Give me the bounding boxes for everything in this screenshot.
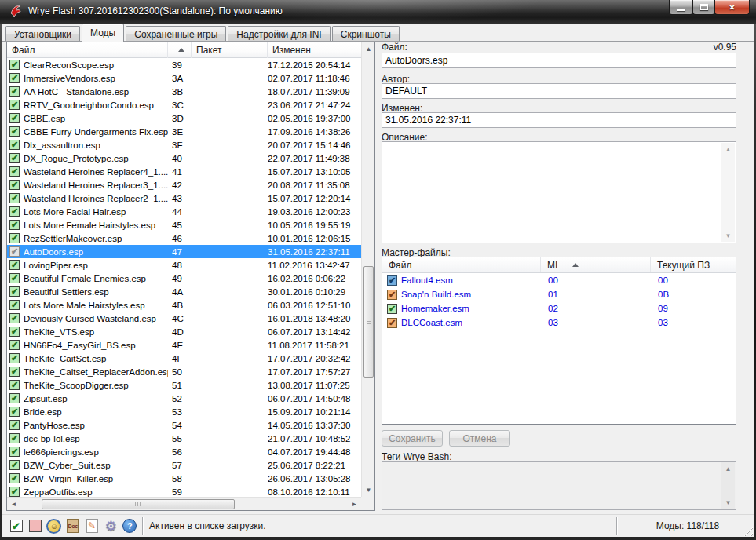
tab-ini-edits[interactable]: Надстройки для INI <box>228 26 330 42</box>
mod-row[interactable]: ✔CBBE.esp3D02.05.2016 19:37:00 <box>7 111 361 125</box>
scroll-up-icon[interactable]: ▲ <box>721 143 735 155</box>
mod-checkbox[interactable]: ✔ <box>9 433 20 443</box>
mod-checkbox[interactable]: ✔ <box>9 420 20 430</box>
mod-checkbox[interactable]: ✔ <box>9 180 20 190</box>
horizontal-scroll-thumb[interactable] <box>42 499 235 509</box>
mod-row[interactable]: ✔Lots More Male Hairstyles.esp4B06.03.20… <box>7 298 361 312</box>
master-checkbox[interactable]: ✔ <box>387 318 397 328</box>
mod-row[interactable]: ✔Deviously Cursed Wasteland.esp4C16.01.2… <box>7 312 361 325</box>
mod-checkbox[interactable]: ✔ <box>9 393 20 403</box>
scroll-down-icon[interactable]: ▼ <box>721 496 735 509</box>
mod-checkbox[interactable]: ✔ <box>9 220 20 230</box>
master-row[interactable]: ✔Fallout4.esm0000 <box>382 273 736 287</box>
mod-checkbox[interactable]: ✔ <box>9 327 20 337</box>
close-button[interactable]: ✕ <box>714 0 750 15</box>
settings-gear-icon[interactable]: ⚙ <box>104 518 119 534</box>
mod-checkbox[interactable]: ✔ <box>9 473 20 483</box>
mod-checkbox[interactable]: ✔ <box>9 380 20 390</box>
file-input[interactable] <box>382 53 736 68</box>
mod-checkbox[interactable]: ✔ <box>9 113 20 123</box>
master-checkbox[interactable]: ✔ <box>387 290 397 300</box>
minimize-button[interactable] <box>669 0 693 15</box>
scroll-right-icon[interactable]: ► <box>348 498 361 511</box>
active-checkbox-icon[interactable]: ✔ <box>9 518 24 534</box>
mod-checkbox[interactable]: ✔ <box>9 140 20 150</box>
mod-row[interactable]: ✔BZW_Cyber_Suit.esp5725.06.2017 8:22:21 <box>7 458 361 472</box>
mod-row[interactable]: ✔Lots More Female Hairstyles.esp4510.05.… <box>7 218 361 232</box>
column-header-load-order[interactable] <box>168 42 192 58</box>
author-input[interactable] <box>382 83 736 99</box>
mod-checkbox[interactable]: ✔ <box>9 487 20 497</box>
mod-row[interactable]: ✔TheKite_VTS.esp4D06.07.2017 13:14:42 <box>7 325 361 338</box>
mod-checkbox[interactable]: ✔ <box>9 353 20 363</box>
mod-checkbox[interactable]: ✔ <box>9 153 20 163</box>
mod-row[interactable]: ✔Lots More Facial Hair.esp4419.03.2016 1… <box>7 205 361 218</box>
mod-checkbox[interactable]: ✔ <box>9 447 20 457</box>
vertical-scroll-thumb[interactable] <box>363 266 374 378</box>
mod-row[interactable]: ✔Bride.esp5315.09.2017 10:21:14 <box>7 405 361 418</box>
mod-row[interactable]: ✔PantyHose.esp5414.05.2016 13:37:30 <box>7 418 361 432</box>
mod-row[interactable]: ✔RRTV_GoodneighborCondo.esp3C23.06.2017 … <box>7 98 361 111</box>
tab-saves[interactable]: Сохраненные игры <box>126 26 226 42</box>
mod-checkbox[interactable]: ✔ <box>9 206 20 217</box>
save-button[interactable]: Сохранить <box>382 430 443 447</box>
mod-row[interactable]: ✔Beautiful Female Enemies.esp4916.02.201… <box>7 272 361 285</box>
mod-checkbox[interactable]: ✔ <box>9 260 20 270</box>
master-checkbox[interactable]: ✔ <box>387 304 397 314</box>
mod-row[interactable]: ✔Zipsuit.esp5206.07.2017 14:50:48 <box>7 392 361 405</box>
mod-checkbox[interactable]: ✔ <box>9 73 20 83</box>
edit-doc-icon[interactable]: ✎ <box>85 518 100 534</box>
mod-row[interactable]: ✔AA HotC - Standalone.esp3B18.07.2017 11… <box>7 85 361 98</box>
mod-checkbox[interactable]: ✔ <box>9 126 20 137</box>
mod-row[interactable]: ✔le666piercings.esp5604.07.2017 19:44:48 <box>7 445 361 458</box>
mod-checkbox[interactable]: ✔ <box>9 286 20 297</box>
mod-row[interactable]: ✔AutoDoors.esp4731.05.2016 22:37:11 <box>7 245 361 258</box>
column-header-file[interactable]: Файл <box>7 42 168 58</box>
mod-checkbox[interactable]: ✔ <box>9 246 20 257</box>
description-scrollbar[interactable]: ▲ ▼ <box>721 143 735 242</box>
column-header-current[interactable]: Текущий ПЗ <box>651 257 736 272</box>
column-header-package[interactable]: Пакет <box>192 42 268 58</box>
tags-scrollbar[interactable]: ▲ ▼ <box>721 462 735 509</box>
mod-row[interactable]: ✔RezSettlerMakeover.esp4610.01.2016 12:0… <box>7 232 361 245</box>
mod-row[interactable]: ✔DX_Rogue_Prototype.esp4022.07.2017 11:4… <box>7 151 361 165</box>
scroll-up-icon[interactable]: ▲ <box>721 462 735 475</box>
mod-checkbox[interactable]: ✔ <box>9 193 20 203</box>
cancel-button[interactable]: Отмена <box>449 430 510 447</box>
description-textarea[interactable]: ▲ ▼ <box>382 141 736 243</box>
scroll-left-icon[interactable]: ◄ <box>7 498 20 511</box>
scroll-down-icon[interactable]: ▼ <box>721 229 735 242</box>
help-icon[interactable]: ? <box>122 518 137 534</box>
master-checkbox[interactable]: ✔ <box>387 275 397 286</box>
mod-row[interactable]: ✔TheKite_ScoopDigger.esp5113.08.2017 11:… <box>7 378 361 392</box>
tab-screenshots[interactable]: Скриншоты <box>332 26 400 42</box>
master-row[interactable]: ✔Homemaker.esm0209 <box>382 301 736 316</box>
mod-checkbox[interactable]: ✔ <box>9 166 20 177</box>
mod-checkbox[interactable]: ✔ <box>9 313 20 323</box>
mod-row[interactable]: ✔Wasteland Heroines Replacer4_1....4115.… <box>7 165 361 178</box>
column-header-mi[interactable]: MI <box>541 257 651 272</box>
maximize-button[interactable] <box>692 0 715 15</box>
mod-row[interactable]: ✔Dlx_assaultron.esp3F20.07.2017 15:14:46 <box>7 138 361 151</box>
inactive-checkbox-icon[interactable] <box>27 518 42 534</box>
master-row[interactable]: ✔DLCCoast.esm0303 <box>382 316 736 330</box>
mod-row[interactable]: ✔ClearReconScope.esp3917.12.2015 20:54:1… <box>7 58 361 71</box>
mod-checkbox[interactable]: ✔ <box>9 460 20 470</box>
modified-input[interactable] <box>382 112 736 128</box>
mod-row[interactable]: ✔TheKite_CaitSet.esp4F17.07.2017 20:32:4… <box>7 352 361 365</box>
mod-row[interactable]: ✔BZW_Virgin_Killer.esp5826.06.2017 13:05… <box>7 472 361 485</box>
mod-checkbox[interactable]: ✔ <box>9 100 20 110</box>
mod-row[interactable]: ✔LovingPiper.esp4811.02.2016 13:42:47 <box>7 258 361 272</box>
mod-row[interactable]: ✔ImmersiveVendors.esp3A02.07.2017 11:18:… <box>7 71 361 85</box>
mod-row[interactable]: ✔Wasteland Heroines Replacer2_1....4315.… <box>7 192 361 205</box>
mod-checkbox[interactable]: ✔ <box>9 60 20 70</box>
tab-mods[interactable]: Моды <box>82 24 124 42</box>
master-row[interactable]: ✔Snap'n Build.esm010B <box>382 287 736 301</box>
scroll-up-icon[interactable]: ▲ <box>362 42 375 56</box>
mod-list-horizontal-scrollbar[interactable]: ◄ ► <box>7 497 361 510</box>
doc-icon[interactable]: Doc <box>65 518 80 534</box>
bash-tags-textarea[interactable]: ▲ ▼ <box>382 461 736 510</box>
mod-row[interactable]: ✔dcc-bp-lol.esp5521.07.2017 10:48:52 <box>7 432 361 445</box>
mod-list-vertical-scrollbar[interactable]: ▲ ▼ <box>361 42 374 497</box>
mod-checkbox[interactable]: ✔ <box>9 273 20 283</box>
